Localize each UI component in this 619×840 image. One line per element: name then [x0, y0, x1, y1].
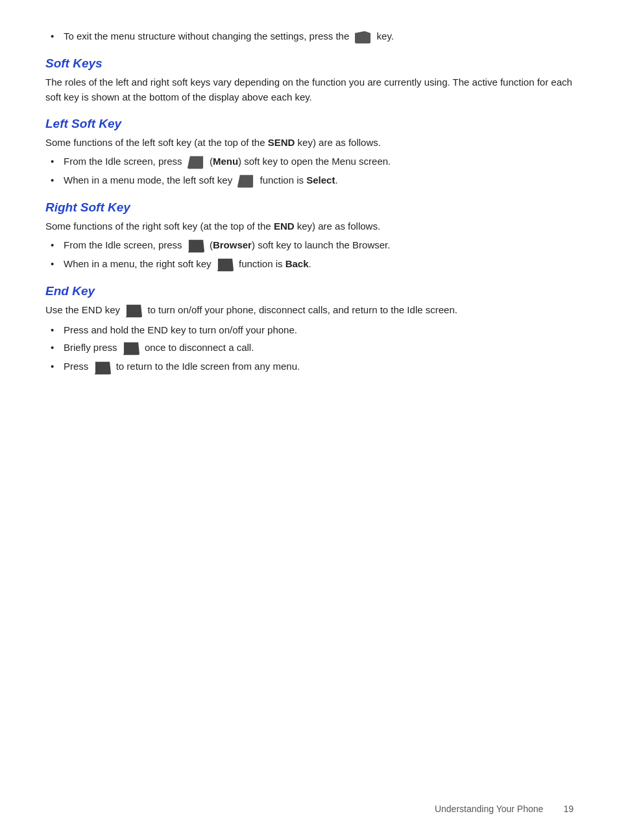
- rsk-b2-pre: When in a menu, the right soft key: [64, 258, 214, 269]
- rsk-b1-pre: From the Idle screen, press: [64, 239, 185, 250]
- lsk-b1-bold: (Menu): [210, 156, 241, 167]
- right-soft-key-heading: Right Soft Key: [45, 200, 574, 215]
- ek-b2-pre: Briefly press: [64, 342, 120, 353]
- end-key-bullet-1: Press and hold the END key to turn on/of…: [45, 322, 574, 337]
- lsk-b1-pre: From the Idle screen, press: [64, 156, 185, 167]
- ek-b3-pre: Press: [64, 361, 91, 372]
- rsk-b1-post: soft key to launch the Browser.: [258, 239, 390, 250]
- lsk-b1-post: soft key to open the Menu screen.: [244, 156, 391, 167]
- ek-b2-icon: [121, 341, 141, 356]
- ek-b1: Press and hold the END key to turn on/of…: [64, 324, 297, 335]
- soft-keys-description: The roles of the left and right soft key…: [45, 75, 574, 105]
- end-key-bullet-2: Briefly press once to disconnect a call.: [45, 340, 574, 356]
- right-soft-key-end: END: [274, 221, 295, 232]
- lsk-b2-pre: When in a menu mode, the left soft key: [64, 174, 235, 186]
- footer-page: 19: [563, 804, 574, 814]
- left-soft-key-heading: Left Soft Key: [45, 117, 574, 131]
- intro-section: To exit the menu structure without chang…: [45, 29, 574, 45]
- intro-text: To exit the menu structure without chang…: [64, 30, 349, 42]
- left-soft-key-send: SEND: [268, 137, 295, 148]
- end-key-heading: End Key: [45, 284, 574, 298]
- soft-keys-heading: Soft Keys: [45, 56, 574, 71]
- lsk-b2-post: function is Select.: [260, 174, 337, 186]
- left-soft-key-description: Some functions of the left soft key (at …: [45, 135, 574, 150]
- rsk-b2-post: function is Back.: [239, 258, 311, 269]
- end-key-bullet-3: Press to return to the Idle screen from …: [45, 359, 574, 375]
- ek-b3-icon: [93, 360, 112, 376]
- footer: Understanding Your Phone 19: [435, 804, 574, 814]
- right-soft-key-bullet-1: From the Idle screen, press (Browser) so…: [45, 237, 574, 254]
- right-soft-key-bullets: From the Idle screen, press (Browser) so…: [45, 237, 574, 272]
- left-soft-key-bullets: From the Idle screen, press (Menu) soft …: [45, 154, 574, 189]
- rsk-back-icon: [215, 257, 235, 272]
- intro-key-label: key.: [377, 30, 394, 42]
- rsk-b1-bold: (Browser): [210, 239, 255, 250]
- intro-bullet-item: To exit the menu structure without chang…: [45, 29, 574, 45]
- intro-key-icon: [353, 29, 372, 45]
- right-soft-key-bullet-2: When in a menu, the right soft key funct…: [45, 256, 574, 272]
- soft-keys-section: Soft Keys The roles of the left and righ…: [45, 56, 574, 105]
- end-key-section: End Key Use the END key to turn on/off y…: [45, 284, 574, 375]
- left-soft-key-section: Left Soft Key Some functions of the left…: [45, 117, 574, 189]
- footer-text: Understanding Your Phone: [435, 804, 543, 814]
- right-soft-key-description: Some functions of the right soft key (at…: [45, 219, 574, 234]
- lsk-select-icon: [236, 173, 256, 189]
- right-soft-key-section: Right Soft Key Some functions of the rig…: [45, 200, 574, 272]
- ek-b3-post: to return to the Idle screen from any me…: [116, 361, 300, 372]
- ek-b2-post: once to disconnect a call.: [145, 342, 254, 353]
- end-key-description: Use the END key to turn on/off your phon…: [45, 302, 574, 318]
- lsk-menu-icon: [186, 154, 206, 170]
- left-soft-key-bullet-1: From the Idle screen, press (Menu) soft …: [45, 154, 574, 170]
- left-soft-key-bullet-2: When in a menu mode, the left soft key f…: [45, 173, 574, 189]
- end-key-bullets: Press and hold the END key to turn on/of…: [45, 322, 574, 375]
- end-key-desc-icon: [124, 303, 143, 318]
- rsk-browser-icon: [186, 238, 206, 254]
